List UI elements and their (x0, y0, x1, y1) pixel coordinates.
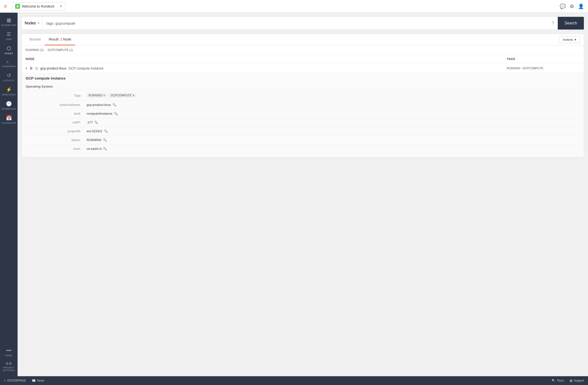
search-button[interactable]: Search (558, 17, 584, 29)
tag-gcpcompute-plus: + (132, 93, 134, 97)
enterprise-link[interactable]: ≡ ENTERPRISE (4, 379, 26, 383)
actions-button[interactable]: Actions ▾ (559, 36, 580, 43)
bottom-bar: ≡ ENTERPRISE 📰 News 🔍 Tours ▦ Support (0, 376, 588, 385)
help-icon[interactable]: ? (548, 21, 558, 25)
sidebar-label-commands: COMMANDS (2, 65, 16, 67)
support-icon: ▦ (570, 379, 572, 382)
project-selector[interactable]: ▣ Welcome to Rundeck ▼ (12, 2, 66, 10)
results-panel: Browse Result: 1 Node Actions ▾ RUNNING … (21, 34, 584, 158)
sidebar-item-more[interactable]: ••• MORE (0, 345, 18, 359)
detail-row-tags: Tags RUNNING + GCPCOMPUTE + (26, 90, 580, 101)
table-header: NODE TAGS (22, 55, 584, 64)
sidebar: ▦ DASHBOARD ☰ JOBS ⬡ NODES >_ COMMANDS ↺… (0, 13, 18, 376)
schedules-icon: 🕐 (6, 101, 12, 107)
sidebar-item-nodes[interactable]: ⬡ NODES (0, 43, 18, 57)
news-link[interactable]: 📰 News (32, 379, 44, 382)
search-kind-icon[interactable]: 🔍 (114, 112, 118, 115)
tours-link[interactable]: 🔍 Tours (552, 379, 564, 382)
main-content: Nodes ▾ ? Search Browse Result: 1 Node (18, 13, 588, 376)
tag-running[interactable]: RUNNING + (87, 93, 107, 98)
filter-tags: RUNNING (1) GCPCOMPUTE (1) (22, 45, 584, 55)
search-natip-icon[interactable]: 🔍 (94, 121, 98, 124)
more-icon: ••• (6, 348, 11, 353)
detail-value-zone: us-east1-b 🔍 (87, 147, 580, 150)
search-zone-icon[interactable]: 🔍 (103, 147, 107, 150)
detail-value-status: RUNNING 🔍 (87, 138, 580, 142)
detail-row-instancename: instanceName: gcp-product-linux 🔍 (26, 101, 580, 109)
detail-label-natip: natIP: (26, 121, 87, 124)
table-row: ▾ 🖥 ◎ gcp-product-linux GCP compute inst… (22, 64, 584, 157)
tours-icon: 🔍 (552, 379, 555, 382)
node-expand-icon[interactable]: ▾ (26, 67, 27, 70)
project-icon: ▣ (15, 4, 20, 9)
detail-label-zone: zone: (26, 147, 87, 150)
node-name-cell: ▾ 🖥 ◎ gcp-product-linux GCP compute inst… (26, 66, 507, 70)
sidebar-label-activity: ACTIVITY (3, 79, 14, 82)
sidebar-label-webhooks: WEBHOOKS (2, 93, 16, 96)
chat-icon[interactable]: 💬 (560, 3, 566, 9)
status-circle-icon: ◎ (35, 66, 38, 70)
support-label: Support (574, 379, 584, 382)
tag-running-plus: + (103, 93, 105, 97)
col-tags: TAGS (507, 57, 580, 61)
sidebar-label-more: MORE (5, 354, 12, 357)
sidebar-item-activity[interactable]: ↺ ACTIVITY (0, 70, 18, 84)
search-instancename-icon[interactable]: 🔍 (112, 103, 116, 107)
detail-label-kind: kind: (26, 112, 87, 115)
actions-caret-icon: ▾ (575, 38, 576, 42)
node-description: GCP compute instance (68, 66, 104, 70)
sidebar-item-jobs[interactable]: ☰ JOBS (0, 29, 18, 43)
node-table: NODE TAGS ▾ 🖥 ◎ gcp-product-linux GCP co… (22, 55, 584, 157)
tag-gcpcompute[interactable]: GCPCOMPUTE + (108, 93, 136, 98)
support-link[interactable]: ▦ Support (570, 379, 584, 382)
sidebar-item-dashboard[interactable]: ▦ DASHBOARD (0, 15, 18, 29)
topbar: ≡ ▣ Welcome to Rundeck ▼ 💬 ⚙ 👤 (0, 0, 588, 13)
app-logo: ≡ (4, 3, 7, 10)
node-tag-running[interactable]: RUNNING (507, 67, 520, 70)
result-tab-prefix: Result: (49, 37, 60, 41)
result-count: 1 (60, 37, 62, 41)
user-icon[interactable]: 👤 (578, 3, 584, 9)
news-icon: 📰 (32, 379, 36, 382)
settings-icon[interactable]: ⚙ (570, 3, 574, 9)
sidebar-item-commands[interactable]: >_ COMMANDS (0, 57, 18, 70)
news-label: News (37, 379, 44, 382)
search-input[interactable] (42, 17, 548, 29)
project-settings-icon: ⚙⚙ (6, 362, 12, 365)
detail-value-instancename: gcp-product-linux 🔍 (87, 103, 580, 107)
result-tab-suffix: Node (63, 37, 71, 41)
node-tag-gcpcompute[interactable]: GCPCOMPUTE (522, 67, 543, 70)
activity-icon: ↺ (7, 72, 11, 78)
filter-gcpcompute[interactable]: GCPCOMPUTE (1) (48, 47, 73, 53)
sidebar-label-jobs: JOBS (6, 38, 12, 41)
filter-caret-icon: ▾ (38, 21, 39, 25)
tab-browse[interactable]: Browse (26, 34, 45, 45)
search-status-icon[interactable]: 🔍 (103, 138, 107, 142)
filter-label[interactable]: Nodes ▾ (22, 17, 42, 29)
sidebar-item-webhooks[interactable]: ⚡ WEBHOOKS (0, 84, 18, 98)
node-tags-cell: RUNNING GCPCOMPUTE (507, 67, 580, 70)
detail-value-projectid: ect-322421 🔍 (87, 129, 580, 133)
detail-value-tags: RUNNING + GCPCOMPUTE + (87, 93, 580, 98)
sidebar-item-schedules[interactable]: 🕐 SCHEDULES (0, 98, 18, 112)
dashboard-icon: ▦ (7, 17, 11, 23)
detail-row-kind: kind: compute#instance 🔍 (26, 109, 580, 118)
detail-value-natip: .177 🔍 (87, 121, 580, 124)
detail-label-status: status: (26, 138, 87, 142)
sidebar-item-calendars[interactable]: 📅 CALENDARS (0, 112, 18, 127)
tours-label: Tours (557, 379, 564, 382)
tab-result[interactable]: Result: 1 Node (45, 34, 75, 45)
filter-running[interactable]: RUNNING (1) (26, 47, 44, 53)
project-caret-icon: ▼ (60, 5, 63, 8)
detail-value-kind: compute#instance 🔍 (87, 112, 580, 115)
detail-label-projectid: projectId: (26, 129, 87, 133)
sidebar-label-dashboard: DASHBOARD (1, 24, 16, 26)
sidebar-label-schedules: SCHEDULES (1, 107, 16, 110)
sidebar-item-project-settings[interactable]: ⚙⚙ PROJECTSETTINGS (0, 359, 18, 374)
topbar-icons: 💬 ⚙ 👤 (560, 3, 584, 9)
jobs-icon: ☰ (7, 31, 11, 37)
actions-label: Actions (563, 38, 573, 42)
node-hostname[interactable]: gcp-product-linux (40, 66, 66, 70)
search-projectid-icon[interactable]: 🔍 (104, 129, 108, 133)
project-name: Welcome to Rundeck (22, 4, 58, 8)
